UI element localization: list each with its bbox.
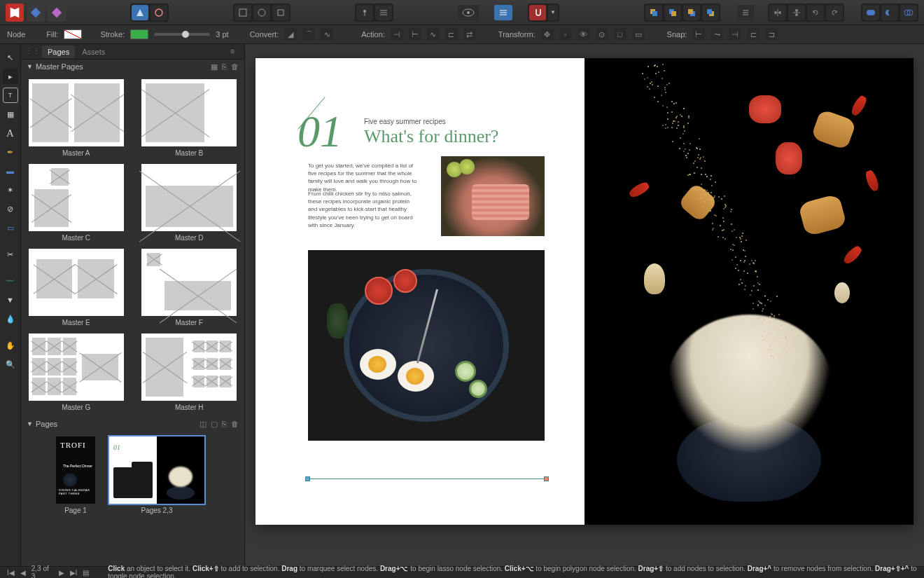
transform-handles-btn[interactable]: □: [614, 28, 626, 41]
rotate-ccw-btn[interactable]: [807, 5, 824, 20]
panel-menu-icon[interactable]: ≡: [230, 47, 240, 57]
action-label: Action:: [361, 30, 385, 39]
preview-mode-btn[interactable]: [132, 5, 148, 20]
master-page-d[interactable]: Master D: [140, 164, 239, 242]
shape-tool[interactable]: ✶: [3, 182, 18, 198]
page-1-thumb[interactable]: TROFI The Perfect Dinner DINING CALENDAR…: [56, 436, 95, 514]
transform-show-btn[interactable]: 👁: [578, 28, 590, 41]
arrange-front-btn[interactable]: [702, 5, 719, 20]
master-page-a[interactable]: Master A: [27, 79, 126, 157]
pages-header[interactable]: ▼ Pages ◫ ▢ ⎘ 🗑: [21, 417, 244, 431]
boolean-add-btn[interactable]: [862, 5, 879, 20]
salmon-image: [441, 156, 545, 236]
master-page-c[interactable]: Master C: [27, 164, 126, 242]
last-page-btn[interactable]: ▶I: [70, 569, 78, 577]
preflight-btn[interactable]: [458, 5, 479, 20]
prev-page-btn[interactable]: ◀: [20, 569, 26, 577]
action-reverse-btn[interactable]: ⇄: [463, 28, 476, 41]
flip-h-btn[interactable]: [769, 5, 786, 20]
text-frame-tool[interactable]: T: [3, 88, 18, 103]
delete-page-icon[interactable]: 🗑: [231, 420, 239, 429]
eyedropper-tool[interactable]: 💧: [3, 311, 18, 326]
snap-1-btn[interactable]: ⊢: [692, 28, 705, 41]
float-btn[interactable]: [375, 5, 392, 20]
pen-tool[interactable]: ✒: [3, 144, 18, 160]
facing-pages-icon[interactable]: ◫: [200, 420, 206, 429]
text-wrap-btn[interactable]: [234, 5, 251, 20]
clip-canvas-btn[interactable]: [150, 5, 167, 20]
action-close-btn[interactable]: ⊢: [409, 28, 421, 41]
transform-label: Transform:: [498, 30, 536, 39]
duplicate-page-icon[interactable]: ⎘: [222, 420, 227, 429]
svg-rect-17: [671, 11, 676, 16]
rectangle-tool[interactable]: ▬: [3, 163, 18, 179]
rotate-cw-btn[interactable]: [826, 5, 843, 20]
arrange-backward-btn[interactable]: [664, 5, 681, 20]
master-page-h[interactable]: Master H: [140, 333, 239, 411]
convert-sharp-btn[interactable]: ◢: [284, 28, 297, 41]
fill-swatch[interactable]: [64, 29, 82, 39]
picture-frame-tool[interactable]: ▭: [3, 220, 18, 235]
first-page-btn[interactable]: I◀: [7, 569, 15, 577]
move-tool[interactable]: ↖: [3, 50, 18, 65]
bowl-image: [308, 250, 545, 441]
selected-line-object[interactable]: [308, 479, 546, 479]
master-pages-header[interactable]: ▼ Master Pages ▦ ⎘ 🗑: [21, 60, 244, 74]
action-join-btn[interactable]: ⊏: [445, 28, 458, 41]
transform-node-btn[interactable]: ◦: [559, 28, 572, 41]
arrange-back-btn[interactable]: [645, 5, 662, 20]
svg-point-26: [869, 10, 875, 15]
add-master-icon[interactable]: ▦: [211, 62, 218, 71]
stroke-width-slider[interactable]: [154, 33, 210, 36]
snap-2-btn[interactable]: ⤳: [710, 28, 723, 41]
action-smooth-btn[interactable]: ∿: [427, 28, 440, 41]
convert-smart-btn[interactable]: ∿: [321, 28, 333, 41]
action-break-btn[interactable]: ⊣: [391, 28, 403, 41]
flip-v-btn[interactable]: [788, 5, 805, 20]
brush-tool[interactable]: 〰: [3, 273, 18, 289]
document-canvas[interactable]: 01 Five easy summer recipes What's for d…: [245, 44, 924, 566]
convert-smooth-btn[interactable]: ⌒: [302, 28, 315, 41]
add-page-icon[interactable]: ▢: [211, 420, 218, 429]
pin-btn[interactable]: [356, 5, 373, 20]
text-flow-btn[interactable]: [272, 5, 289, 20]
fill-tool[interactable]: ▼: [3, 292, 18, 308]
designer-persona-icon[interactable]: [27, 4, 45, 22]
snap-3-btn[interactable]: ⊣: [729, 28, 741, 41]
tab-pages[interactable]: Pages: [42, 46, 75, 58]
duplicate-master-icon[interactable]: ⎘: [222, 62, 227, 71]
stroke-swatch[interactable]: [130, 29, 148, 39]
node-tool[interactable]: ▸: [3, 69, 18, 84]
master-page-e[interactable]: Master E: [27, 249, 126, 326]
page-23-thumb[interactable]: 01 Pages 2,3: [109, 436, 204, 514]
ellipse-tool[interactable]: ⊘: [3, 201, 18, 216]
delete-master-icon[interactable]: 🗑: [231, 62, 239, 71]
snapping-menu-btn[interactable]: ▼: [548, 5, 558, 20]
artistic-text-tool[interactable]: A: [3, 125, 18, 141]
master-page-b[interactable]: Master B: [140, 79, 239, 157]
tab-assets[interactable]: Assets: [76, 46, 111, 58]
table-tool[interactable]: ▦: [3, 106, 18, 122]
pan-tool[interactable]: ✋: [3, 338, 18, 353]
baseline-grid-btn[interactable]: [253, 5, 270, 20]
photo-persona-icon[interactable]: [48, 4, 66, 22]
view-mode-btn[interactable]: [494, 5, 512, 20]
align-btn[interactable]: [737, 5, 754, 20]
zoom-tool[interactable]: 🔍: [3, 357, 18, 372]
panel-grip-icon[interactable]: ⋮⋮: [25, 47, 41, 56]
publisher-persona-icon[interactable]: [6, 4, 24, 22]
master-page-f[interactable]: Master F: [140, 249, 239, 326]
page-list-btn[interactable]: ▤: [83, 569, 89, 577]
transform-select-btn[interactable]: ▭: [632, 28, 645, 41]
next-page-btn[interactable]: ▶: [59, 569, 64, 577]
transform-move-btn[interactable]: ✥: [541, 28, 554, 41]
transform-origin-btn[interactable]: ⊙: [596, 28, 608, 41]
master-page-g[interactable]: Master G: [27, 333, 126, 411]
boolean-intersect-btn[interactable]: [900, 5, 917, 20]
arrange-forward-btn[interactable]: [683, 5, 700, 20]
boolean-subtract-btn[interactable]: [881, 5, 898, 20]
crop-tool[interactable]: ✂: [3, 247, 18, 262]
snapping-btn[interactable]: [529, 5, 546, 20]
snap-5-btn[interactable]: ⊐: [765, 28, 778, 41]
snap-4-btn[interactable]: ⊏: [747, 28, 760, 41]
